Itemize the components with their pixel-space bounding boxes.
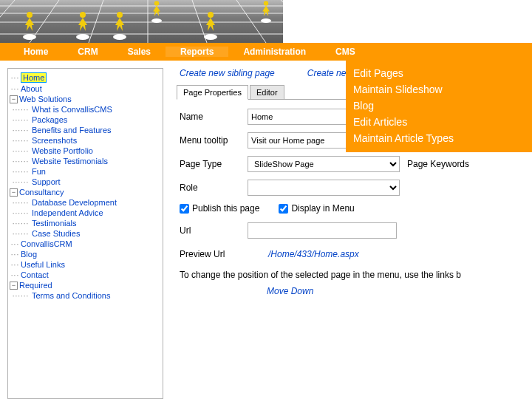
tooltip-label: Menu tooltip	[180, 135, 248, 146]
tree-contact[interactable]: Contact	[21, 270, 49, 279]
role-select[interactable]	[248, 180, 400, 196]
tree-packages[interactable]: Packages	[32, 115, 67, 124]
tree-required[interactable]: Required	[19, 281, 52, 290]
tree-benefits[interactable]: Benefits and Features	[32, 126, 112, 134]
tree-support[interactable]: Support	[32, 177, 61, 186]
tree-portfolio[interactable]: Website Portfolio	[32, 146, 93, 155]
tab-page-properties[interactable]: Page Properties	[177, 85, 248, 100]
svg-point-7	[80, 12, 86, 18]
tree-independent[interactable]: Independent Advice	[32, 208, 103, 217]
page-keywords-label: Page Keywords	[407, 159, 494, 169]
nav-crm[interactable]: CRM	[63, 47, 112, 57]
pagetype-select[interactable]: SlideShow Page	[248, 156, 400, 172]
role-label: Role	[180, 183, 248, 193]
tree-what-is[interactable]: What is ConvallisCMS	[32, 105, 112, 114]
dropdown-edit-articles[interactable]: Edit Articles	[353, 114, 525, 130]
nav-admin[interactable]: Administration	[228, 47, 321, 57]
tree-toggle-web-solutions[interactable]: −	[10, 95, 18, 103]
reorder-instruction: To change the position of the selected p…	[180, 270, 532, 280]
tree-useful-links[interactable]: Useful Links	[21, 260, 65, 269]
pagetype-label: Page Type	[180, 159, 248, 169]
svg-point-5	[261, 18, 271, 23]
display-menu-checkbox[interactable]: Display in Menu	[279, 203, 354, 214]
tree-web-solutions[interactable]: Web Solutions	[19, 95, 72, 103]
tree-terms[interactable]: Terms and Conditions	[32, 291, 110, 300]
url-input[interactable]	[248, 222, 397, 239]
dropdown-maintain-slideshow[interactable]: Maintain Slideshow	[353, 81, 525, 98]
cms-dropdown: Edit Pages Maintain Slideshow Blog Edit …	[346, 61, 532, 152]
svg-point-11	[264, 1, 268, 5]
svg-point-6	[27, 12, 33, 18]
publish-checkbox[interactable]: Publish this page	[180, 203, 259, 214]
tree-toggle-consultancy[interactable]: −	[10, 188, 18, 197]
move-down-link[interactable]: Move Down	[267, 286, 532, 296]
tree-toggle-required[interactable]: −	[10, 282, 18, 290]
svg-point-8	[117, 12, 123, 18]
svg-point-3	[151, 18, 162, 23]
svg-point-1	[76, 34, 89, 40]
tree-case-studies[interactable]: Case Studies	[32, 229, 80, 238]
preview-url-label: Preview Url	[180, 249, 248, 259]
tree-screenshots[interactable]: Screenshots	[32, 136, 77, 145]
dropdown-maintain-article-types[interactable]: Maintain Article Types	[353, 130, 525, 146]
nav-home[interactable]: Home	[9, 47, 63, 57]
main-navbar: Home CRM Sales Reports Administration CM…	[0, 43, 532, 61]
tree-blog-item[interactable]: Blog	[21, 250, 37, 259]
page-tree: ···Home ···About −Web Solutions ······Wh…	[7, 68, 163, 399]
nav-cms[interactable]: CMS	[321, 47, 370, 57]
name-label: Name	[180, 112, 248, 122]
tree-about[interactable]: About	[21, 84, 42, 93]
svg-point-4	[204, 34, 217, 40]
svg-point-2	[113, 34, 126, 40]
tree-website-testimonials[interactable]: Website Testimonials	[32, 157, 108, 166]
tree-convalliscrm[interactable]: ConvallisCRM	[21, 239, 72, 248]
svg-point-0	[23, 34, 36, 40]
svg-point-9	[154, 1, 159, 5]
tab-editor[interactable]: Editor	[250, 85, 284, 100]
tree-home[interactable]: Home	[21, 72, 47, 83]
tree-consultancy[interactable]: Consultancy	[19, 188, 64, 197]
url-label: Url	[180, 225, 248, 236]
tree-db-dev[interactable]: Database Development	[32, 198, 117, 207]
svg-point-10	[208, 12, 214, 18]
create-sibling-link[interactable]: Create new sibling page	[180, 68, 275, 78]
header-banner	[0, 0, 283, 43]
dropdown-edit-pages[interactable]: Edit Pages	[353, 65, 525, 81]
dropdown-blog[interactable]: Blog	[353, 98, 525, 114]
tree-fun[interactable]: Fun	[32, 167, 46, 176]
tree-testimonials[interactable]: Testimonials	[32, 219, 77, 228]
preview-url-value: /Home/433/Home.aspx	[248, 249, 359, 259]
nav-sales[interactable]: Sales	[113, 47, 166, 57]
create-child-link[interactable]: Create ne	[307, 68, 347, 78]
nav-reports[interactable]: Reports	[166, 47, 228, 57]
